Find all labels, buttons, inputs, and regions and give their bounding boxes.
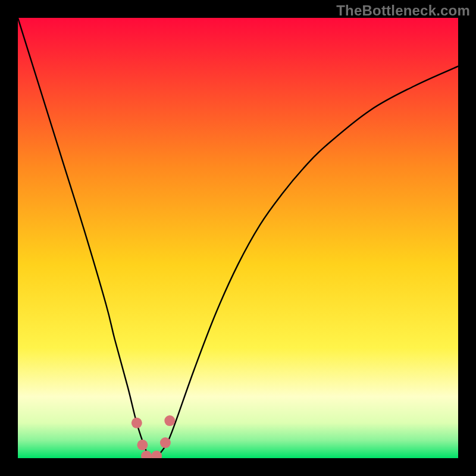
curve-marker xyxy=(160,437,171,448)
plot-area xyxy=(18,18,458,458)
curve-marker xyxy=(137,440,148,450)
watermark-text: TheBottleneck.com xyxy=(336,2,470,19)
curve-marker xyxy=(164,415,175,426)
chart-svg xyxy=(18,18,458,458)
chart-frame: TheBottleneck.com xyxy=(0,0,476,476)
gradient-background xyxy=(18,18,458,458)
curve-marker xyxy=(131,418,142,428)
